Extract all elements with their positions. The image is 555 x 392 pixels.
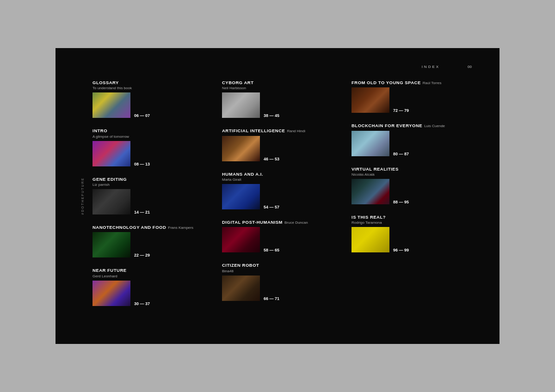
entry-image-blockchain bbox=[352, 131, 389, 156]
entry-image-nano bbox=[92, 232, 130, 257]
entry-pages-glossary: 06 — 07 bbox=[134, 113, 150, 118]
book-page: #DOTHEFUTURE INDEX 00 GLOSSARY To unders… bbox=[56, 48, 500, 344]
entry-row-humans: 54 — 57 bbox=[222, 184, 342, 209]
entry-pages-gene: 14 — 21 bbox=[134, 210, 150, 214]
entry-pages-cyborg: 38 — 45 bbox=[264, 113, 279, 118]
entry-title-glossary: GLOSSARY bbox=[92, 80, 213, 86]
entry-title-digital: DIGITAL POST-HUMANISMBruce Duncan bbox=[222, 220, 342, 225]
entry-digital: DIGITAL POST-HUMANISMBruce Duncan 58 — 6… bbox=[222, 220, 342, 252]
entry-image-ai bbox=[222, 136, 260, 161]
entry-row-cyborg: 38 — 45 bbox=[222, 92, 342, 118]
entry-virtual: VIRTUAL REALITIES Nicolás Alcalá 88 — 95 bbox=[352, 166, 472, 204]
page-number: 00 bbox=[468, 65, 472, 69]
entry-blockchain: BLOCKCHAIN FOR EVERYONELuis Cuende 80 — … bbox=[352, 123, 472, 156]
column-3: FROM OLD TO YOUNG SPACERaúl Torres 72 — … bbox=[352, 80, 472, 316]
entry-is-real: IS THIS REAL? Rodrigo Taramona 96 — 99 bbox=[352, 214, 472, 252]
entry-row-gene: 14 — 21 bbox=[92, 189, 213, 214]
vertical-label: #DOTHEFUTURE bbox=[81, 178, 84, 215]
entry-title-cyborg: CYBORG ART bbox=[222, 80, 342, 86]
entry-pages-digital: 58 — 65 bbox=[264, 248, 279, 252]
entry-old-young: FROM OLD TO YOUNG SPACERaúl Torres 72 — … bbox=[352, 80, 472, 113]
entry-author-ai-inline: Rand Hindi bbox=[287, 129, 305, 133]
entry-row-nano: 22 — 29 bbox=[92, 232, 213, 257]
entry-image-near bbox=[92, 281, 130, 306]
entry-image-intro bbox=[92, 141, 130, 166]
entry-author-cyborg: Neil Harbisson bbox=[222, 86, 342, 90]
entry-row-citizen: 66 — 71 bbox=[222, 276, 342, 301]
entry-pages-old: 72 — 79 bbox=[393, 108, 409, 113]
entry-pages-citizen: 66 — 71 bbox=[264, 296, 279, 301]
entry-image-glossary bbox=[92, 92, 130, 118]
entry-author-intro: A glimpse of tomorrow bbox=[92, 135, 213, 139]
index-label: INDEX bbox=[422, 65, 440, 69]
entry-row-glossary: 06 — 07 bbox=[92, 92, 213, 118]
entry-row-virtual: 88 — 95 bbox=[352, 179, 472, 204]
entry-pages-intro: 08 — 13 bbox=[134, 162, 150, 166]
entry-author-isreal: Rodrigo Taramona bbox=[352, 220, 472, 225]
entry-author-gene: Liz parrish bbox=[92, 183, 213, 187]
entry-title-blockchain: BLOCKCHAIN FOR EVERYONELuis Cuende bbox=[352, 123, 472, 129]
entry-title-humans: HUMANS AND A.I. bbox=[222, 172, 342, 177]
entry-image-isreal bbox=[352, 227, 389, 252]
entry-humans-ai: HUMANS AND A.I. Marta Giralt 54 — 57 bbox=[222, 172, 342, 209]
entry-title-intro: INTRO bbox=[92, 128, 213, 134]
entry-author-near: Gerd Leonhard bbox=[92, 274, 213, 278]
entry-title-old: FROM OLD TO YOUNG SPACERaúl Torres bbox=[352, 80, 472, 86]
entry-author-humans: Marta Giralt bbox=[222, 178, 342, 182]
entry-pages-blockchain: 80 — 87 bbox=[393, 152, 409, 156]
entry-pages-isreal: 96 — 99 bbox=[393, 248, 409, 252]
entry-pages-nano: 22 — 29 bbox=[134, 253, 150, 257]
entry-image-gene bbox=[92, 189, 130, 214]
content-grid: GLOSSARY To understand this book 06 — 07… bbox=[92, 80, 472, 316]
entry-row-old: 72 — 79 bbox=[352, 87, 472, 113]
entry-author-blockchain-inline: Luis Cuende bbox=[424, 124, 445, 128]
entry-row-digital: 58 — 65 bbox=[222, 227, 342, 252]
entry-near-future: NEAR FUTURE Gerd Leonhard 30 — 37 bbox=[92, 268, 213, 306]
entry-ai: ARTIFICIAL INTELLIGENCERand Hindi 46 — 5… bbox=[222, 128, 342, 161]
entry-title-gene: GENE EDITING bbox=[92, 177, 213, 182]
entry-pages-virtual: 88 — 95 bbox=[393, 200, 409, 204]
entry-author-glossary: To understand this book bbox=[92, 86, 213, 90]
entry-pages-humans: 54 — 57 bbox=[264, 205, 279, 209]
entry-image-virtual bbox=[352, 179, 389, 204]
entry-row-blockchain: 80 — 87 bbox=[352, 131, 472, 156]
entry-citizen: CITIZEN ROBOT Bina48 66 — 71 bbox=[222, 263, 342, 300]
entry-row-near: 30 — 37 bbox=[92, 281, 213, 306]
entry-pages-ai: 46 — 53 bbox=[264, 157, 279, 161]
column-1: GLOSSARY To understand this book 06 — 07… bbox=[92, 80, 213, 316]
entry-title-isreal: IS THIS REAL? bbox=[352, 214, 472, 220]
page-header: INDEX 00 bbox=[92, 65, 472, 69]
entry-pages-near: 30 — 37 bbox=[134, 301, 150, 306]
entry-author-citizen: Bina48 bbox=[222, 269, 342, 273]
entry-title-ai: ARTIFICIAL INTELLIGENCERand Hindi bbox=[222, 128, 342, 134]
entry-author-old-inline: Raúl Torres bbox=[423, 81, 442, 85]
entry-image-cyborg bbox=[222, 92, 260, 118]
entry-row-isreal: 96 — 99 bbox=[352, 227, 472, 252]
entry-glossary: GLOSSARY To understand this book 06 — 07 bbox=[92, 80, 213, 118]
entry-cyborg: CYBORG ART Neil Harbisson 38 — 45 bbox=[222, 80, 342, 118]
entry-image-humans bbox=[222, 184, 260, 209]
entry-nano: NANOTECHNOLOGY AND FOODFrans Kampers 22 … bbox=[92, 225, 213, 257]
entry-image-old bbox=[352, 87, 389, 113]
entry-intro: INTRO A glimpse of tomorrow 08 — 13 bbox=[92, 128, 213, 166]
entry-row-ai: 46 — 53 bbox=[222, 136, 342, 161]
column-2: CYBORG ART Neil Harbisson 38 — 45 ARTIFI… bbox=[222, 80, 342, 316]
entry-author-nano-inline: Frans Kampers bbox=[168, 226, 193, 230]
entry-title-virtual: VIRTUAL REALITIES bbox=[352, 166, 472, 172]
entry-title-nano: NANOTECHNOLOGY AND FOODFrans Kampers bbox=[92, 225, 213, 230]
entry-author-virtual: Nicolás Alcalá bbox=[352, 172, 472, 177]
entry-row-intro: 08 — 13 bbox=[92, 141, 213, 166]
entry-gene-editing: GENE EDITING Liz parrish 14 — 21 bbox=[92, 177, 213, 214]
entry-image-citizen bbox=[222, 276, 260, 301]
entry-title-citizen: CITIZEN ROBOT bbox=[222, 263, 342, 268]
entry-image-digital bbox=[222, 227, 260, 252]
entry-title-near: NEAR FUTURE bbox=[92, 268, 213, 273]
entry-author-digital-inline: Bruce Duncan bbox=[284, 220, 308, 225]
